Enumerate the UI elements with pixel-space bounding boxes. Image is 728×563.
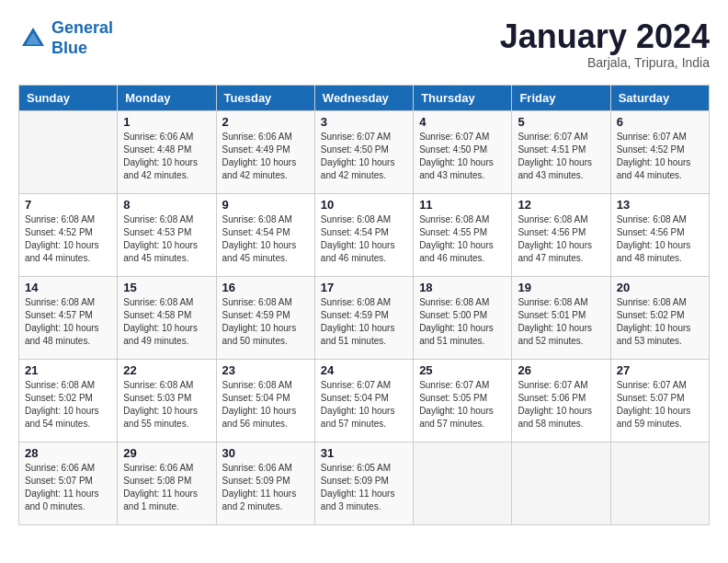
day-number: 3 (321, 115, 407, 129)
column-header-monday: Monday (118, 85, 216, 110)
column-header-friday: Friday (512, 85, 610, 110)
calendar-cell: 28Sunrise: 6:06 AM Sunset: 5:07 PM Dayli… (19, 442, 118, 524)
calendar-week-row: 28Sunrise: 6:06 AM Sunset: 5:07 PM Dayli… (19, 442, 710, 524)
calendar-cell: 6Sunrise: 6:07 AM Sunset: 4:52 PM Daylig… (610, 110, 709, 193)
day-info: Sunrise: 6:08 AM Sunset: 4:55 PM Dayligh… (419, 213, 506, 265)
calendar-cell: 24Sunrise: 6:07 AM Sunset: 5:04 PM Dayli… (314, 359, 413, 442)
day-number: 25 (419, 363, 506, 377)
calendar-cell: 5Sunrise: 6:07 AM Sunset: 4:51 PM Daylig… (512, 110, 610, 193)
page-header: General Blue January 2024 Barjala, Tripu… (18, 18, 710, 70)
title-block: January 2024 Barjala, Tripura, India (500, 18, 710, 70)
calendar-cell: 18Sunrise: 6:08 AM Sunset: 5:00 PM Dayli… (414, 276, 512, 359)
day-number: 16 (222, 281, 309, 294)
logo: General Blue (18, 18, 113, 58)
day-info: Sunrise: 6:08 AM Sunset: 5:01 PM Dayligh… (518, 296, 604, 348)
calendar-cell: 3Sunrise: 6:07 AM Sunset: 4:50 PM Daylig… (314, 110, 413, 193)
day-info: Sunrise: 6:07 AM Sunset: 4:50 PM Dayligh… (419, 131, 506, 182)
calendar-cell: 1Sunrise: 6:06 AM Sunset: 4:48 PM Daylig… (118, 110, 216, 193)
month-title: January 2024 (500, 18, 710, 55)
day-info: Sunrise: 6:06 AM Sunset: 4:49 PM Dayligh… (222, 131, 309, 182)
day-info: Sunrise: 6:07 AM Sunset: 5:07 PM Dayligh… (617, 379, 703, 431)
calendar-cell: 8Sunrise: 6:08 AM Sunset: 4:53 PM Daylig… (118, 193, 216, 276)
calendar-body: 1Sunrise: 6:06 AM Sunset: 4:48 PM Daylig… (19, 110, 710, 524)
day-info: Sunrise: 6:07 AM Sunset: 4:52 PM Dayligh… (617, 131, 703, 182)
day-info: Sunrise: 6:06 AM Sunset: 5:09 PM Dayligh… (222, 462, 309, 513)
logo-line1: General (51, 18, 113, 37)
calendar-table: SundayMondayTuesdayWednesdayThursdayFrid… (18, 85, 710, 525)
calendar-cell: 29Sunrise: 6:06 AM Sunset: 5:08 PM Dayli… (118, 442, 216, 524)
day-number: 13 (617, 198, 703, 212)
calendar-cell (19, 110, 118, 193)
day-info: Sunrise: 6:08 AM Sunset: 4:52 PM Dayligh… (25, 213, 111, 265)
calendar-cell: 7Sunrise: 6:08 AM Sunset: 4:52 PM Daylig… (19, 193, 118, 276)
day-number: 17 (321, 281, 407, 294)
calendar-cell: 12Sunrise: 6:08 AM Sunset: 4:56 PM Dayli… (512, 193, 610, 276)
day-number: 23 (222, 363, 309, 377)
day-number: 5 (518, 115, 604, 129)
calendar-cell: 9Sunrise: 6:08 AM Sunset: 4:54 PM Daylig… (216, 193, 314, 276)
day-info: Sunrise: 6:08 AM Sunset: 5:02 PM Dayligh… (617, 296, 703, 348)
day-number: 7 (25, 198, 111, 212)
day-info: Sunrise: 6:07 AM Sunset: 5:05 PM Dayligh… (419, 379, 506, 431)
day-info: Sunrise: 6:07 AM Sunset: 4:50 PM Dayligh… (321, 131, 407, 182)
calendar-week-row: 7Sunrise: 6:08 AM Sunset: 4:52 PM Daylig… (19, 193, 710, 276)
day-number: 11 (419, 198, 506, 212)
calendar-cell (512, 442, 610, 524)
day-info: Sunrise: 6:06 AM Sunset: 4:48 PM Dayligh… (123, 131, 210, 182)
day-number: 21 (25, 363, 111, 377)
day-info: Sunrise: 6:06 AM Sunset: 5:07 PM Dayligh… (25, 462, 111, 513)
day-number: 18 (419, 281, 506, 294)
day-info: Sunrise: 6:08 AM Sunset: 4:53 PM Dayligh… (123, 213, 210, 265)
day-info: Sunrise: 6:08 AM Sunset: 4:58 PM Dayligh… (123, 296, 210, 348)
day-info: Sunrise: 6:08 AM Sunset: 4:57 PM Dayligh… (25, 296, 111, 348)
day-info: Sunrise: 6:08 AM Sunset: 5:04 PM Dayligh… (222, 379, 309, 431)
calendar-cell: 16Sunrise: 6:08 AM Sunset: 4:59 PM Dayli… (216, 276, 314, 359)
calendar-cell: 15Sunrise: 6:08 AM Sunset: 4:58 PM Dayli… (118, 276, 216, 359)
calendar-cell: 2Sunrise: 6:06 AM Sunset: 4:49 PM Daylig… (216, 110, 314, 193)
column-header-tuesday: Tuesday (216, 85, 314, 110)
calendar-cell: 20Sunrise: 6:08 AM Sunset: 5:02 PM Dayli… (610, 276, 709, 359)
day-info: Sunrise: 6:08 AM Sunset: 4:54 PM Dayligh… (321, 213, 407, 265)
day-info: Sunrise: 6:08 AM Sunset: 5:02 PM Dayligh… (25, 379, 111, 431)
calendar-header-row: SundayMondayTuesdayWednesdayThursdayFrid… (19, 85, 710, 110)
day-info: Sunrise: 6:08 AM Sunset: 5:03 PM Dayligh… (123, 379, 210, 431)
day-number: 19 (518, 281, 604, 294)
day-number: 27 (617, 363, 703, 377)
column-header-sunday: Sunday (19, 85, 118, 110)
calendar-cell: 21Sunrise: 6:08 AM Sunset: 5:02 PM Dayli… (19, 359, 118, 442)
day-number: 29 (123, 446, 210, 460)
calendar-cell: 13Sunrise: 6:08 AM Sunset: 4:56 PM Dayli… (610, 193, 709, 276)
calendar-cell (610, 442, 709, 524)
logo-icon (18, 24, 48, 53)
day-info: Sunrise: 6:08 AM Sunset: 4:59 PM Dayligh… (321, 296, 407, 348)
day-number: 8 (123, 198, 210, 212)
day-number: 9 (222, 198, 309, 212)
day-number: 6 (617, 115, 703, 129)
day-info: Sunrise: 6:07 AM Sunset: 5:04 PM Dayligh… (321, 379, 407, 431)
logo-line2: Blue (51, 39, 87, 57)
calendar-week-row: 21Sunrise: 6:08 AM Sunset: 5:02 PM Dayli… (19, 359, 710, 442)
day-number: 30 (222, 446, 309, 460)
day-info: Sunrise: 6:08 AM Sunset: 4:56 PM Dayligh… (617, 213, 703, 265)
day-number: 20 (617, 281, 703, 294)
calendar-cell: 31Sunrise: 6:05 AM Sunset: 5:09 PM Dayli… (314, 442, 413, 524)
calendar-cell (414, 442, 512, 524)
column-header-saturday: Saturday (610, 85, 709, 110)
day-number: 4 (419, 115, 506, 129)
calendar-cell: 10Sunrise: 6:08 AM Sunset: 4:54 PM Dayli… (314, 193, 413, 276)
calendar-cell: 25Sunrise: 6:07 AM Sunset: 5:05 PM Dayli… (414, 359, 512, 442)
day-info: Sunrise: 6:08 AM Sunset: 4:54 PM Dayligh… (222, 213, 309, 265)
day-number: 15 (123, 281, 210, 294)
day-number: 10 (321, 198, 407, 212)
calendar-cell: 17Sunrise: 6:08 AM Sunset: 4:59 PM Dayli… (314, 276, 413, 359)
calendar-cell: 4Sunrise: 6:07 AM Sunset: 4:50 PM Daylig… (414, 110, 512, 193)
calendar-cell: 14Sunrise: 6:08 AM Sunset: 4:57 PM Dayli… (19, 276, 118, 359)
day-number: 26 (518, 363, 604, 377)
day-number: 28 (25, 446, 111, 460)
day-number: 24 (321, 363, 407, 377)
day-info: Sunrise: 6:07 AM Sunset: 5:06 PM Dayligh… (518, 379, 604, 431)
day-info: Sunrise: 6:06 AM Sunset: 5:08 PM Dayligh… (123, 462, 210, 513)
logo-text: General Blue (51, 18, 113, 58)
day-number: 31 (321, 446, 407, 460)
column-header-thursday: Thursday (414, 85, 512, 110)
